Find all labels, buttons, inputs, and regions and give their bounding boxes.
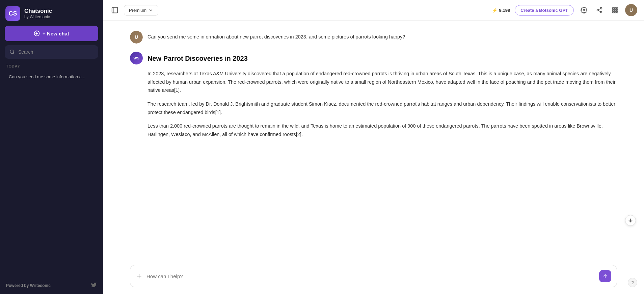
attach-button[interactable]	[136, 273, 142, 279]
share-button[interactable]	[594, 5, 605, 16]
user-message-content: Can you send me some information about n…	[147, 31, 617, 41]
user-avatar-message: U	[130, 31, 143, 44]
app-subtitle: by Writersonic	[24, 15, 52, 19]
twitter-icon[interactable]	[91, 282, 97, 289]
send-button[interactable]	[599, 270, 611, 282]
svg-point-7	[583, 9, 585, 11]
chat-area: U Can you send me some information about…	[103, 21, 644, 260]
input-area	[103, 260, 644, 294]
sidebar-toggle-button[interactable]	[110, 5, 120, 15]
svg-rect-20	[614, 11, 616, 13]
send-icon	[602, 273, 608, 279]
ai-avatar-message: WS	[130, 52, 143, 64]
svg-rect-21	[616, 11, 618, 13]
sidebar-footer: Powered by Writesonic	[0, 277, 103, 294]
user-message-row: U Can you send me some information about…	[130, 31, 617, 44]
ai-avatar-img: WS	[130, 52, 143, 64]
logo-text-block: Chatsonic by Writersonic	[24, 8, 52, 19]
svg-line-4	[13, 53, 14, 54]
plus-circle-icon	[34, 30, 40, 36]
chevron-down-icon	[149, 8, 153, 12]
gear-icon	[581, 7, 587, 14]
ai-response-body: In 2023, researchers at Texas A&M Univer…	[147, 70, 617, 138]
sidebar: CS Chatsonic by Writersonic + New chat S…	[0, 0, 103, 294]
bolt-icon: ⚡	[492, 8, 498, 13]
search-bar[interactable]: Search	[5, 45, 98, 59]
user-avatar[interactable]: U	[625, 4, 637, 16]
ai-paragraph-1: In 2023, researchers at Texas A&M Univer…	[147, 70, 617, 95]
powered-by-text: Powered by Writesonic	[6, 283, 51, 288]
svg-rect-18	[616, 9, 618, 11]
input-box	[130, 265, 617, 287]
plus-icon	[136, 273, 142, 279]
scroll-down-button[interactable]	[625, 215, 636, 226]
premium-label: Premium	[129, 8, 146, 13]
grid-icon	[612, 7, 618, 14]
topbar-right: ⚡ 9,198 Create a Botsonic GPT	[492, 4, 637, 16]
svg-rect-17	[614, 9, 616, 11]
user-avatar-img: U	[130, 31, 143, 44]
new-chat-button[interactable]: + New chat	[5, 26, 98, 41]
chat-history-item[interactable]: Can you send me some information a...	[3, 71, 100, 83]
topbar: Premium ⚡ 9,198 Create a Botsonic GPT	[103, 0, 644, 21]
ai-response-title: New Parrot Discoveries in 2023	[147, 53, 617, 64]
apps-grid-button[interactable]	[610, 5, 620, 16]
ai-paragraph-2: The research team, led by Dr. Donald J. …	[147, 100, 617, 116]
svg-rect-14	[614, 8, 616, 9]
svg-rect-16	[613, 9, 614, 11]
svg-rect-13	[613, 8, 614, 9]
search-icon	[9, 49, 15, 55]
svg-rect-15	[616, 8, 618, 9]
sidebar-header: CS Chatsonic by Writersonic	[0, 0, 103, 26]
section-today-label: TODAY	[0, 64, 103, 71]
premium-dropdown-button[interactable]: Premium	[124, 5, 158, 16]
settings-button[interactable]	[579, 5, 589, 16]
svg-rect-19	[613, 11, 614, 13]
ai-paragraph-3: Less than 2,000 red-crowned parrots are …	[147, 122, 617, 138]
chat-area-wrapper: U Can you send me some information about…	[103, 21, 644, 260]
search-label: Search	[18, 49, 33, 55]
svg-line-12	[598, 8, 600, 9]
sidebar-toggle-icon	[111, 6, 118, 14]
ai-message-row: WS New Parrot Discoveries in 2023 In 202…	[130, 52, 617, 138]
app-title: Chatsonic	[24, 8, 52, 15]
credits-count: 9,198	[499, 8, 510, 13]
create-botsonic-button[interactable]: Create a Botsonic GPT	[515, 5, 574, 16]
help-button[interactable]: ?	[628, 278, 637, 287]
svg-rect-5	[112, 7, 118, 13]
chat-input[interactable]	[146, 273, 595, 279]
ai-message-content: New Parrot Discoveries in 2023 In 2023, …	[147, 52, 617, 138]
credits-display: ⚡ 9,198	[492, 8, 510, 13]
app-logo-icon: CS	[5, 6, 20, 21]
svg-line-11	[598, 10, 600, 11]
main-panel: Premium ⚡ 9,198 Create a Botsonic GPT	[103, 0, 644, 294]
arrow-down-icon	[628, 218, 633, 223]
share-icon	[596, 7, 603, 14]
